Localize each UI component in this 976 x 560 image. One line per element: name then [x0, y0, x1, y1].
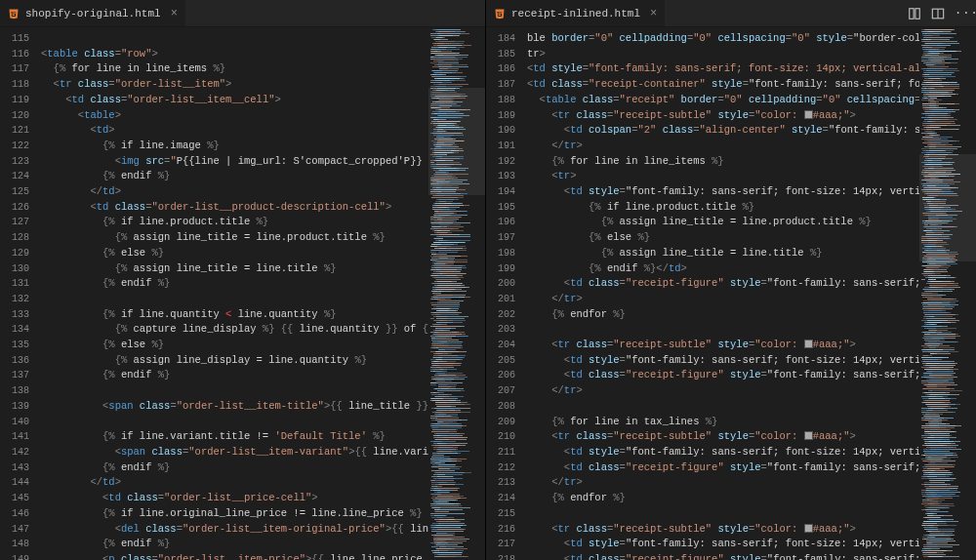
split-editor-icon[interactable] [931, 7, 945, 20]
editor-pane-left: shopify-original.html × 1151161171181191… [0, 0, 486, 560]
tab-receipt-inlined[interactable]: receipt-inlined.html × [486, 0, 666, 26]
close-icon[interactable]: × [171, 7, 178, 20]
line-gutter-left: 1151161171181191201211221231241251261271… [0, 27, 41, 560]
more-icon[interactable]: ··· [955, 7, 968, 20]
tab-label: receipt-inlined.html [511, 8, 640, 20]
editor-left[interactable]: 1151161171181191201211221231241251261271… [0, 27, 485, 560]
tab-bar-left: shopify-original.html × [0, 0, 485, 27]
editor-pane-right: receipt-inlined.html × ··· 1841851861871… [486, 0, 976, 560]
minimap-left[interactable] [428, 27, 485, 560]
html-file-icon [8, 8, 20, 20]
tab-actions: ··· [908, 7, 976, 20]
tab-label: shopify-original.html [25, 8, 161, 20]
tab-bar-right: receipt-inlined.html × ··· [486, 0, 976, 27]
svg-rect-1 [915, 8, 919, 19]
tab-shopify-original[interactable]: shopify-original.html × [0, 0, 186, 26]
svg-rect-0 [910, 8, 914, 19]
close-icon[interactable]: × [650, 7, 657, 20]
html-file-icon [494, 8, 506, 20]
minimap-right[interactable] [919, 27, 976, 560]
diff-icon[interactable] [908, 7, 921, 20]
code-area-right[interactable]: ble border="0" cellpadding="0" cellspaci… [527, 27, 976, 560]
editor-right[interactable]: 1841851861871881891901911921931941951961… [486, 27, 976, 560]
code-area-left[interactable]: <table class="row"> {% for line in line_… [41, 27, 485, 560]
line-gutter-right: 1841851861871881891901911921931941951961… [486, 27, 527, 560]
